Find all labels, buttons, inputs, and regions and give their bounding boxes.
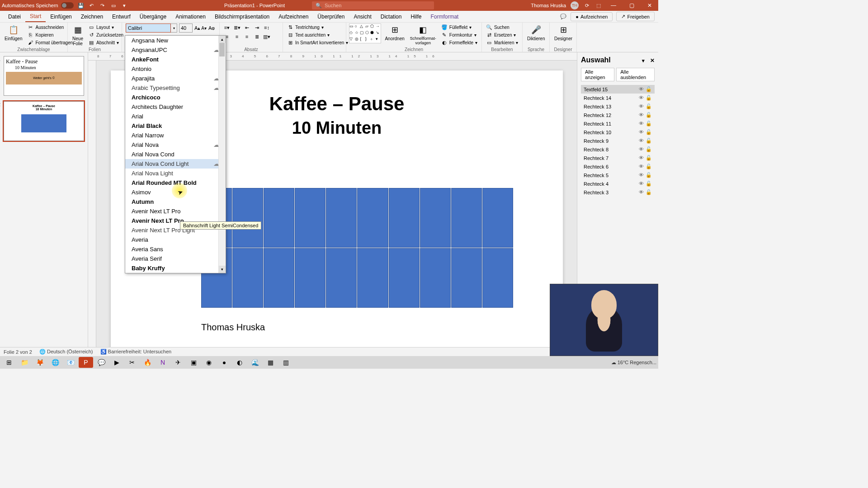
menu-zeichnen[interactable]: Zeichnen [76, 12, 108, 22]
app6-icon[interactable]: ◐ [232, 357, 247, 368]
arrange-button[interactable]: ⊞Anordnen [383, 23, 406, 42]
scroll-thumb[interactable] [219, 43, 225, 56]
numbering-button[interactable]: ≣▾ [232, 23, 241, 32]
weather-widget[interactable]: ☁ 16°C Regensch... [611, 360, 656, 366]
font-option[interactable]: Averia Sans [125, 244, 226, 254]
font-option[interactable]: Architects Daughter [125, 102, 226, 112]
indent-left-button[interactable]: ⇤ [242, 23, 251, 32]
quickstyles-button[interactable]: ◧Schnellformat- vorlagen [408, 23, 438, 46]
app-icon[interactable]: 💬 [94, 357, 108, 368]
selection-item[interactable]: Rechteck 8👁🔓 [581, 145, 655, 154]
copy-button[interactable]: ⎘Kopieren [26, 31, 74, 38]
pane-dropdown-icon[interactable]: ▾ [642, 58, 645, 63]
menu-aufzeichnen[interactable]: Aufzeichnen [274, 12, 313, 22]
selection-item[interactable]: Rechteck 12👁🔓 [581, 111, 655, 119]
align-right-button[interactable]: ≡ [242, 33, 251, 41]
reset-button[interactable]: ↺Zurücksetzen [87, 31, 125, 38]
selection-item[interactable]: Rechteck 7👁🔓 [581, 154, 655, 162]
font-option[interactable]: Aparajita☁ [125, 74, 226, 83]
redo-icon[interactable]: ↷ [99, 2, 106, 9]
font-option[interactable]: Angsana New [125, 36, 226, 45]
minimize-button[interactable]: — [607, 1, 620, 10]
font-option[interactable]: Autumn [125, 197, 226, 206]
columns-button[interactable]: ▥▾ [262, 33, 271, 41]
font-option[interactable]: Archicoco [125, 93, 226, 102]
rectangle-grid[interactable] [201, 188, 513, 308]
font-name-input[interactable]: Calibri [126, 23, 171, 33]
lock-icon[interactable]: 🔓 [646, 138, 652, 144]
app8-icon[interactable]: ▥ [278, 357, 293, 368]
shapes-gallery[interactable]: ▭○△▱⬠→ ◇☆▢⬡⬢↘ ▽◎{}⬨▾ [349, 23, 381, 43]
chrome-icon[interactable]: 🌐 [48, 357, 62, 368]
app2-icon[interactable]: 🔥 [140, 357, 155, 368]
smartart-button[interactable]: ⊞In SmartArt konvertieren ▾ [286, 39, 349, 46]
lock-icon[interactable]: 🔓 [646, 112, 652, 118]
font-dropdown[interactable]: Angsana NewAngsanaUPC☁AnkeFontAntonioApa… [125, 35, 226, 273]
justify-button[interactable]: ≣ [252, 33, 261, 41]
app7-icon[interactable]: ▦ [263, 357, 278, 368]
new-slide-button[interactable]: ▦ Neue Folie [71, 23, 85, 47]
vlc-icon[interactable]: ▶ [109, 357, 124, 368]
eye-icon[interactable]: 👁 [639, 172, 644, 178]
menu-datei[interactable]: Datei [4, 12, 25, 22]
share-button[interactable]: ↗ Freigeben [616, 12, 655, 21]
selection-item[interactable]: Rechteck 10👁🔓 [581, 128, 655, 136]
font-option[interactable]: Arial Nova☁ [125, 140, 226, 150]
eye-icon[interactable]: 👁 [639, 95, 644, 101]
lock-icon[interactable]: 🔓 [646, 189, 652, 195]
menu-entwurf[interactable]: Entwurf [108, 12, 135, 22]
author-text[interactable]: Thomas Hruska [201, 322, 265, 333]
find-button[interactable]: 🔍Suchen [485, 23, 519, 31]
paste-button[interactable]: 📋 Einfügen [3, 23, 24, 42]
comments-icon[interactable]: 💬 [560, 13, 567, 20]
menu-animationen[interactable]: Animationen [171, 12, 210, 22]
save-icon[interactable]: 💾 [77, 2, 85, 9]
options-icon[interactable]: ⬚ [595, 2, 602, 9]
selection-item[interactable]: Rechteck 6👁🔓 [581, 162, 655, 171]
start-icon[interactable]: ▭ [110, 2, 117, 9]
text-direction-button[interactable]: ⇅Textrichtung ▾ [286, 23, 349, 31]
scroll-up-icon[interactable]: ▴ [219, 36, 226, 43]
lock-icon[interactable]: 🔓 [646, 172, 652, 178]
font-option[interactable]: Arial Narrow [125, 131, 226, 140]
lock-icon[interactable]: 🔓 [646, 86, 652, 92]
eye-icon[interactable]: 👁 [639, 103, 644, 109]
font-option[interactable]: Arial Nova Light [125, 169, 226, 178]
decrease-font-button[interactable]: A▾ [201, 26, 207, 31]
menu-ansicht[interactable]: Ansicht [349, 12, 376, 22]
menu-dictation[interactable]: Dictation [376, 12, 406, 22]
selection-item[interactable]: Rechteck 13👁🔓 [581, 102, 655, 111]
firefox-icon[interactable]: 🦊 [33, 357, 47, 368]
select-button[interactable]: ▭Markieren ▾ [485, 39, 519, 46]
autosave-toggle[interactable]: Automatisches Speichern [2, 2, 74, 9]
font-option[interactable]: Averia Serif [125, 254, 226, 263]
font-option[interactable]: AnkeFont [125, 55, 226, 64]
effects-button[interactable]: ◐Formeffekte ▾ [440, 39, 479, 46]
explorer-icon[interactable]: 📁 [17, 357, 32, 368]
indent-right-button[interactable]: ⇥ [252, 23, 261, 32]
eye-icon[interactable]: 👁 [639, 138, 644, 144]
selection-item[interactable]: Rechteck 3👁🔓 [581, 188, 655, 197]
slide-thumb-2[interactable]: 2 Kaffee – Pause 10 Minuten [4, 101, 84, 141]
accessibility-status[interactable]: ♿ Barrierefreiheit: Untersuchen [100, 349, 172, 355]
telegram-icon[interactable]: ✈ [171, 357, 185, 368]
sync-icon[interactable]: ⟳ [583, 2, 590, 9]
app4-icon[interactable]: ◉ [202, 357, 216, 368]
font-name-dropdown[interactable]: ▾ [171, 23, 177, 33]
lock-icon[interactable]: 🔓 [646, 95, 652, 101]
menu-formformat[interactable]: Formformat [426, 12, 463, 22]
language-status[interactable]: 🌐 Deutsch (Österreich) [39, 349, 93, 355]
eye-icon[interactable]: 👁 [639, 181, 644, 187]
section-button[interactable]: ▤Abschnitt ▾ [87, 39, 125, 46]
edge-icon[interactable]: 🌊 [248, 357, 262, 368]
maximize-button[interactable]: ▢ [625, 1, 638, 10]
menu-ueberpruefen[interactable]: Überprüfen [313, 12, 349, 22]
selection-item[interactable]: Rechteck 9👁🔓 [581, 136, 655, 145]
format-painter-button[interactable]: 🖌Format übertragen [26, 39, 74, 46]
font-option[interactable]: Arial Nova Cond [125, 150, 226, 159]
record-button[interactable]: ● Aufzeichnen [571, 12, 613, 21]
line-spacing-button[interactable]: ≡↕ [262, 23, 271, 32]
eye-icon[interactable]: 👁 [639, 146, 644, 152]
text-align-button[interactable]: ⊟Text ausrichten ▾ [286, 31, 349, 38]
selection-item[interactable]: Rechteck 5👁🔓 [581, 171, 655, 179]
